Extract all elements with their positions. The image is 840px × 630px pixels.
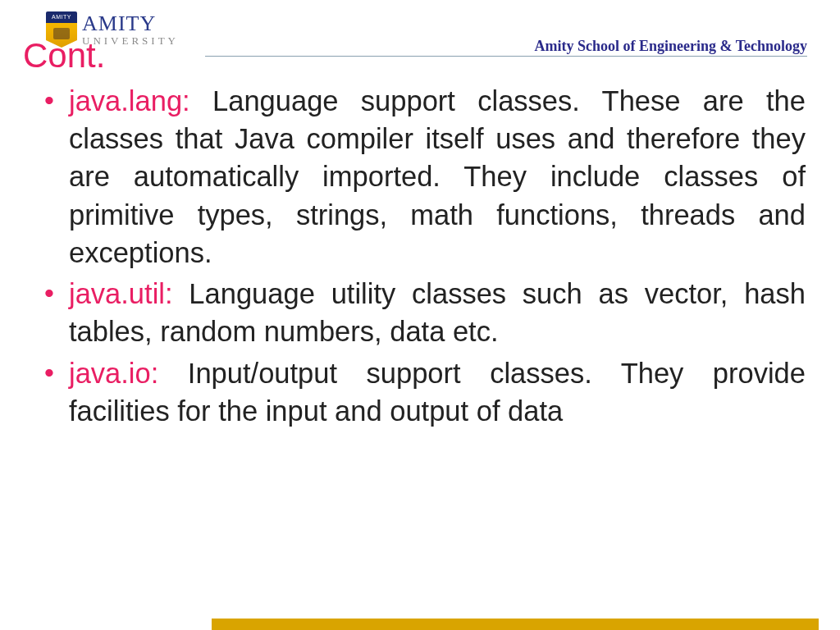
footer-accent-bar [212,619,819,630]
slide-title: Cont. [23,36,105,75]
shield-top-text: AMITY [46,11,77,23]
bullet-body: Input/output support classes. They provi… [69,358,806,427]
bullet-item: java.util: Language utility classes such… [39,275,806,350]
header-divider [205,56,807,57]
slide-header: AMITY AMITY UNIVERSITY Amity School of E… [0,0,840,57]
school-name: Amity School of Engineering & Technology [534,38,807,55]
logo-main-text: AMITY [82,13,213,34]
package-name: java.util: [69,278,173,309]
package-name: java.lang: [69,85,190,116]
package-name: java.io: [69,358,158,389]
bullet-body: Language utility classes such as vector,… [69,278,806,347]
slide-content: java.lang: Language support classes. The… [39,82,806,433]
bullet-item: java.lang: Language support classes. The… [39,82,806,272]
bullet-item: java.io: Input/output support classes. T… [39,354,806,430]
